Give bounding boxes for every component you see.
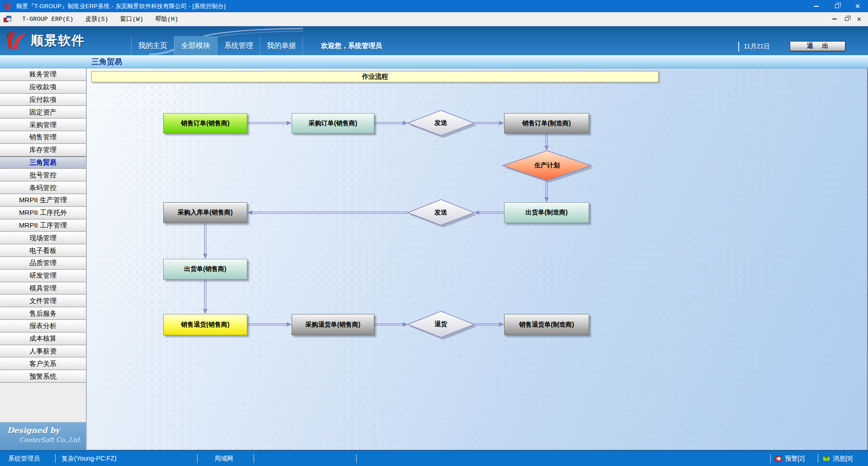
menu-help[interactable]: 帮助(H): [149, 12, 184, 26]
flow-node-purchase-return-seller[interactable]: 采购退货单(销售商): [292, 314, 374, 335]
sidebar-item-shopfloor[interactable]: 现场管理: [0, 232, 86, 244]
flow-node-purchase-order-seller[interactable]: 采购订单(销售商): [292, 113, 374, 133]
mdi-window-icon: [4, 16, 12, 23]
mdi-minimize-icon[interactable]: [832, 19, 837, 20]
status-separator: [197, 454, 198, 463]
sidebar-item-payables[interactable]: 应付款项: [0, 94, 86, 106]
sidebar-item-triangle-trade[interactable]: 三角贸易: [0, 157, 86, 169]
restore-button[interactable]: [826, 0, 847, 12]
sidebar-item-mold[interactable]: 模具管理: [0, 282, 86, 295]
designed-by-line2: CenterSoft Co.,Ltd.: [7, 436, 81, 443]
breadcrumb-bar: 三角贸易: [0, 55, 868, 68]
sidebar-item-batch-control[interactable]: 批号管控: [0, 169, 86, 181]
title-bar: 顺景『T-GROUP』制造业ERP系统 - 东莞顺景软件科技有限公司 - [系统…: [0, 0, 868, 12]
sidebar-item-quality[interactable]: 品质管理: [0, 257, 86, 270]
designed-by-line1: Designed by: [7, 426, 81, 435]
window-title: 顺景『T-GROUP』制造业ERP系统 - 东莞顺景软件科技有限公司 - [系统…: [16, 2, 226, 10]
close-button[interactable]: ✕: [847, 0, 868, 12]
tab-my-documents[interactable]: 我的单据: [260, 36, 303, 55]
page-title: 三角贸易: [0, 57, 122, 67]
sidebar-item-hr-payroll[interactable]: 人事薪资: [0, 345, 86, 358]
flow-node-sales-return-seller[interactable]: 销售退货(销售商): [163, 314, 247, 335]
status-alerts[interactable]: 预警[2]: [775, 451, 805, 466]
status-separator: [770, 454, 771, 463]
flow-diamond-label-send1: 发送: [434, 119, 447, 127]
sidebar-item-fixed-assets[interactable]: 固定资产: [0, 106, 86, 119]
minimize-icon: [814, 6, 819, 7]
sidebar-item-crm[interactable]: 客户关系: [0, 357, 86, 370]
brand-logo: 顺景软件: [5, 28, 85, 53]
sidebar-filler: [0, 383, 86, 422]
sidebar-item-barcode-control[interactable]: 条码管控: [0, 181, 86, 194]
flow-title-bar: 作业流程: [91, 71, 659, 82]
tab-system-admin[interactable]: 系统管理: [217, 36, 260, 55]
flow-node-sales-order-seller[interactable]: 销售订单(销售商): [163, 113, 247, 133]
minimize-button[interactable]: [806, 0, 826, 12]
menu-bar: T-GROUP ERP(E) 皮肤(S) 窗口(W) 帮助(H) ✕: [0, 12, 868, 26]
message-envelope-icon: [823, 456, 830, 461]
app-logo-icon: [4, 2, 14, 11]
menu-window[interactable]: 窗口(W): [114, 12, 149, 26]
sidebar-item-sales[interactable]: 销售管理: [0, 131, 86, 144]
sidebar-item-kanban[interactable]: 电子看板: [0, 244, 86, 257]
messages-label: 消息[9]: [833, 455, 853, 463]
menu-tgroup-erp[interactable]: T-GROUP ERP(E): [16, 12, 79, 26]
sidebar-item-mrp2-outsourcing[interactable]: MRPII 工序托外: [0, 207, 86, 219]
status-messages[interactable]: 消息[9]: [823, 451, 853, 466]
menu-skin[interactable]: 皮肤(S): [79, 12, 114, 26]
flow-node-sales-order-maker[interactable]: 销售订单(制造商): [504, 113, 589, 133]
flow-diamond-label-production-plan: 生产计划: [534, 162, 560, 170]
sidebar-item-rnd[interactable]: 研发管理: [0, 270, 86, 282]
status-separator: [818, 454, 818, 463]
alerts-label: 预警[2]: [785, 455, 805, 463]
status-host: 复杂(Young-PC:FZ): [61, 451, 117, 466]
designed-by-panel: Designed by CenterSoft Co.,Ltd.: [0, 422, 86, 450]
sidebar-item-mrp2-process[interactable]: MRPII 工序管理: [0, 219, 86, 232]
status-user: 系统管理员: [8, 451, 40, 466]
tab-my-home[interactable]: 我的主页: [131, 36, 174, 55]
flowchart-canvas: 作业流程 销售订单(销售商) 采购订单(销售商) 销售订单(制造商) 采购入库单…: [87, 68, 868, 450]
flow-diamond-label-send2: 发送: [434, 209, 447, 217]
sidebar-item-receivables[interactable]: 应收款项: [0, 81, 86, 94]
status-network: 局域网: [214, 451, 233, 466]
tab-all-modules[interactable]: 全部模块: [174, 36, 217, 55]
flow-node-shipment-maker[interactable]: 出货单(制造商): [504, 202, 589, 223]
status-separator: [55, 454, 56, 463]
flow-node-shipment-seller[interactable]: 出货单(销售商): [163, 259, 247, 280]
mdi-close-icon[interactable]: ✕: [857, 16, 862, 22]
sidebar-item-after-sales[interactable]: 售后服务: [0, 307, 86, 320]
header-tabs: 我的主页 全部模块 系统管理 我的单据: [131, 36, 303, 55]
brand-swoosh-icon: [5, 30, 28, 52]
mdi-restore-icon[interactable]: [845, 17, 849, 21]
flow-node-purchase-receipt-seller[interactable]: 采购入库单(销售商): [163, 202, 247, 223]
sidebar-item-alert-system[interactable]: 预警系统: [0, 370, 86, 383]
sidebar-item-purchasing[interactable]: 采购管理: [0, 119, 86, 131]
alert-kit-icon: [775, 456, 782, 461]
restore-icon: [835, 4, 839, 8]
sidebar-item-mrp2-production[interactable]: MRPII 生产管理: [0, 194, 86, 207]
sidebar-item-costing[interactable]: 成本核算: [0, 333, 86, 345]
status-bar: 系统管理员 复杂(Young-PC:FZ) 局域网 预警[2] 消息[9]: [0, 450, 868, 466]
welcome-text: 欢迎您，系统管理员: [321, 36, 382, 55]
app-header: 顺景软件 我的主页 全部模块 系统管理 我的单据 欢迎您，系统管理员 11月21…: [0, 26, 868, 55]
main-area: 账务管理 应收款项 应付款项 固定资产 采购管理 销售管理 库存管理 三角贸易 …: [0, 68, 868, 450]
close-icon: ✕: [855, 3, 861, 10]
brand-name: 顺景软件: [31, 32, 85, 49]
flow-node-sales-return-maker[interactable]: 销售退货单(制造商): [504, 314, 589, 335]
sidebar-item-files[interactable]: 文件管理: [0, 295, 86, 307]
header-date: 11月21日: [738, 42, 770, 52]
sidebar-item-accounting[interactable]: 账务管理: [0, 68, 86, 81]
status-separator: [254, 454, 254, 463]
sidebar-item-inventory[interactable]: 库存管理: [0, 144, 86, 157]
sidebar-item-reports[interactable]: 报表分析: [0, 320, 86, 333]
exit-button[interactable]: 退 出: [790, 41, 845, 51]
status-separator: [356, 454, 357, 463]
flow-diamond-label-return: 退货: [434, 320, 447, 328]
module-sidebar: 账务管理 应收款项 应付款项 固定资产 采购管理 销售管理 库存管理 三角贸易 …: [0, 68, 87, 450]
